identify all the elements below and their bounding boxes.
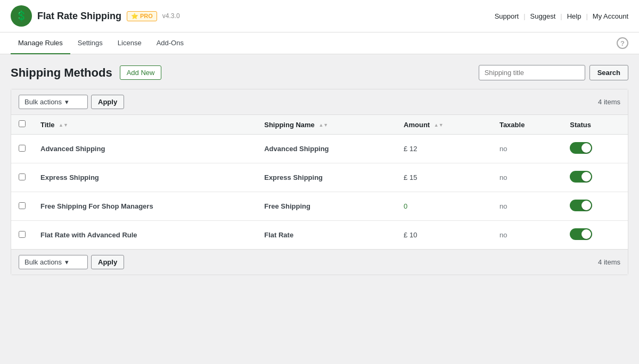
shipping-name-sort-icon[interactable]: ▲▼ — [318, 123, 328, 128]
app-title: Flat Rate Shipping — [37, 11, 121, 22]
row-taxable-2: no — [492, 192, 562, 221]
row-amount-1: £ 15 — [396, 163, 492, 192]
header-status: Status — [562, 115, 628, 135]
logo-icon: 💲 — [11, 5, 32, 27]
my-account-link[interactable]: My Account — [593, 12, 628, 20]
tab-add-ons[interactable]: Add-Ons — [149, 32, 191, 54]
row-checkbox-2[interactable] — [19, 202, 26, 209]
row-status-3 — [562, 221, 628, 250]
item-count-top: 4 items — [598, 98, 620, 106]
header-nav: Support | Suggest | Help | My Account — [495, 12, 628, 20]
table-row: Flat Rate with Advanced Rule Flat Rate £… — [11, 221, 628, 250]
bottom-apply-button[interactable]: Apply — [91, 255, 124, 269]
page-header: Shipping Methods Add New Search — [11, 65, 628, 80]
top-apply-button[interactable]: Apply — [91, 95, 124, 109]
nav-sep-3: | — [584, 12, 589, 20]
pro-badge: ⭐ PRO — [127, 11, 157, 21]
shipping-methods-table: Title ▲▼ Shipping Name ▲▼ Amount ▲▼ Taxa… — [11, 115, 628, 249]
row-title-3: Flat Rate with Advanced Rule — [33, 221, 257, 250]
table-row: Free Shipping For Shop Managers Free Shi… — [11, 192, 628, 221]
row-shipping-name-0: Advanced Shipping — [257, 135, 396, 163]
row-amount-0: £ 12 — [396, 135, 492, 163]
page-title-area: Shipping Methods Add New — [11, 65, 161, 80]
row-shipping-name-3: Flat Rate — [257, 221, 396, 250]
header-checkbox-col — [11, 115, 33, 135]
item-count-bottom: 4 items — [598, 258, 620, 266]
row-checkbox-cell — [11, 135, 33, 163]
bottom-toolbar: Bulk actions ▾ Apply 4 items — [11, 249, 628, 275]
row-status-2 — [562, 192, 628, 221]
table-header-row: Title ▲▼ Shipping Name ▲▼ Amount ▲▼ Taxa… — [11, 115, 628, 135]
row-checkbox-cell — [11, 221, 33, 250]
table-container: Bulk actions ▾ Apply 4 items Title ▲▼ — [11, 89, 628, 275]
row-taxable-1: no — [492, 163, 562, 192]
bottom-bulk-actions-dropdown[interactable]: Bulk actions ▾ — [19, 255, 88, 269]
title-sort-icon[interactable]: ▲▼ — [59, 123, 68, 128]
nav-sep-2: | — [558, 12, 564, 20]
bottom-toolbar-left: Bulk actions ▾ Apply — [19, 255, 124, 269]
support-link[interactable]: Support — [495, 12, 519, 20]
sub-nav: Manage Rules Settings License Add-Ons ? — [0, 32, 639, 54]
row-shipping-name-1: Express Shipping — [257, 163, 396, 192]
app-logo: 💲 Flat Rate Shipping ⭐ PRO v4.3.0 — [11, 5, 180, 27]
help-link[interactable]: Help — [567, 12, 581, 20]
row-status-1 — [562, 163, 628, 192]
status-toggle-0[interactable] — [570, 142, 592, 154]
row-title-1: Express Shipping — [33, 163, 257, 192]
status-toggle-2[interactable] — [570, 200, 592, 211]
row-title-0: Advanced Shipping — [33, 135, 257, 163]
app-header: 💲 Flat Rate Shipping ⭐ PRO v4.3.0 Suppor… — [0, 0, 639, 32]
page-title: Shipping Methods — [11, 66, 112, 80]
row-amount-3: £ 10 — [396, 221, 492, 250]
row-title-2: Free Shipping For Shop Managers — [33, 192, 257, 221]
row-taxable-3: no — [492, 221, 562, 250]
add-new-button[interactable]: Add New — [120, 65, 162, 80]
tab-license[interactable]: License — [110, 32, 149, 54]
status-toggle-1[interactable] — [570, 171, 592, 183]
row-checkbox-cell — [11, 192, 33, 221]
header-taxable: Taxable — [492, 115, 562, 135]
row-checkbox-3[interactable] — [19, 231, 26, 238]
tab-settings[interactable]: Settings — [70, 32, 110, 54]
top-toolbar: Bulk actions ▾ Apply 4 items — [11, 89, 628, 115]
row-checkbox-1[interactable] — [19, 173, 26, 180]
row-checkbox-cell — [11, 163, 33, 192]
search-area: Search — [479, 65, 628, 80]
select-all-checkbox[interactable] — [19, 120, 26, 127]
status-toggle-3[interactable] — [570, 228, 592, 240]
star-icon: ⭐ — [131, 13, 138, 20]
row-status-0 — [562, 135, 628, 163]
bottom-chevron-down-icon: ▾ — [65, 258, 69, 266]
version-badge: v4.3.0 — [162, 12, 180, 20]
bulk-actions-dropdown[interactable]: Bulk actions ▾ — [19, 95, 88, 109]
chevron-down-icon: ▾ — [65, 98, 69, 106]
table-row: Express Shipping Express Shipping £ 15 n… — [11, 163, 628, 192]
toolbar-left: Bulk actions ▾ Apply — [19, 95, 124, 109]
main-content: Shipping Methods Add New Search Bulk act… — [0, 54, 639, 286]
row-checkbox-0[interactable] — [19, 145, 26, 152]
header-shipping-name: Shipping Name ▲▼ — [257, 115, 396, 135]
amount-sort-icon[interactable]: ▲▼ — [434, 123, 444, 128]
search-button[interactable]: Search — [589, 65, 628, 80]
row-amount-2: 0 — [396, 192, 492, 221]
search-input[interactable] — [479, 65, 585, 80]
suggest-link[interactable]: Suggest — [530, 12, 556, 20]
nav-sep-1: | — [521, 12, 527, 20]
sub-nav-tabs: Manage Rules Settings License Add-Ons — [11, 32, 191, 54]
header-title: Title ▲▼ — [33, 115, 257, 135]
header-amount: Amount ▲▼ — [396, 115, 492, 135]
table-row: Advanced Shipping Advanced Shipping £ 12… — [11, 135, 628, 163]
row-taxable-0: no — [492, 135, 562, 163]
tab-manage-rules[interactable]: Manage Rules — [11, 32, 70, 54]
row-shipping-name-2: Free Shipping — [257, 192, 396, 221]
help-circle-icon[interactable]: ? — [617, 37, 628, 49]
